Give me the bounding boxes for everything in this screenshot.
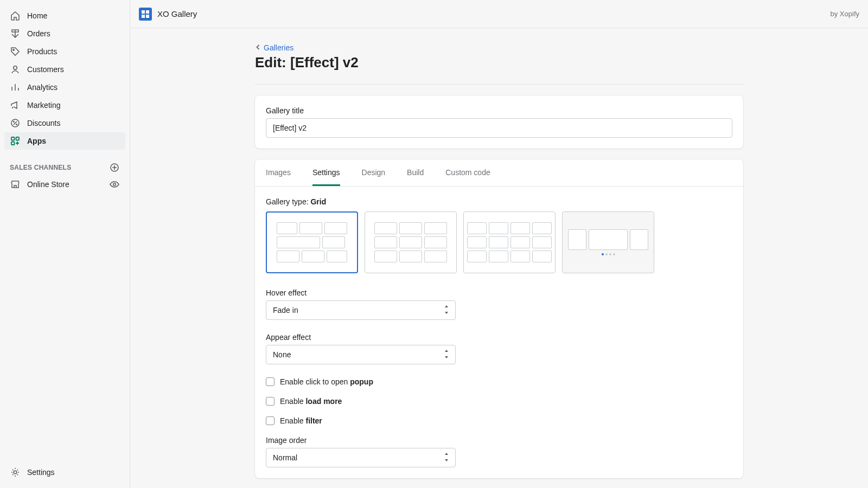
type-option-justified[interactable] <box>463 211 556 273</box>
tab-design[interactable]: Design <box>362 159 386 186</box>
app-logo-icon <box>139 8 152 21</box>
sidebar: Home Orders Products Customers Analytics <box>0 0 130 488</box>
nav-label: Analytics <box>27 83 120 92</box>
carousel-dots-icon <box>602 253 615 255</box>
card-gallery-title: Gallery title <box>255 95 743 149</box>
section-title: SALES CHANNELS <box>10 164 71 171</box>
select-value: Normal <box>273 453 297 462</box>
select-arrows-icon <box>443 350 450 360</box>
nav-label: Discounts <box>27 119 120 127</box>
apps-icon <box>10 136 21 146</box>
image-order-select[interactable]: Normal <box>266 448 456 467</box>
nav-label: Home <box>27 11 120 20</box>
nav-label: Products <box>27 47 120 56</box>
checkbox-icon <box>266 416 275 425</box>
svg-point-1 <box>14 66 17 69</box>
svg-rect-14 <box>146 15 149 18</box>
type-option-masonry[interactable] <box>365 211 457 273</box>
discount-icon <box>10 118 21 129</box>
tab-custom-code[interactable]: Custom code <box>445 159 490 186</box>
nav-apps[interactable]: Apps <box>4 132 125 150</box>
nav-label: Customers <box>27 65 120 74</box>
type-option-carousel[interactable] <box>562 211 654 273</box>
home-icon <box>10 10 21 21</box>
tab-build[interactable]: Build <box>407 159 424 186</box>
user-icon <box>10 64 21 75</box>
breadcrumb[interactable]: Galleries <box>255 43 293 52</box>
type-option-grid[interactable] <box>266 211 358 273</box>
app-vendor: by Xopify <box>831 10 859 18</box>
add-channel-button[interactable] <box>109 162 120 173</box>
tag-icon <box>10 46 21 57</box>
megaphone-icon <box>10 100 21 111</box>
store-icon <box>10 179 21 190</box>
nav-online-store[interactable]: Online Store <box>4 176 125 193</box>
svg-rect-11 <box>142 10 145 14</box>
nav-discounts[interactable]: Discounts <box>4 114 125 132</box>
nav-home[interactable]: Home <box>4 7 125 24</box>
tab-images[interactable]: Images <box>266 159 291 186</box>
select-value: None <box>273 350 291 359</box>
svg-rect-6 <box>16 137 20 140</box>
checkbox-icon <box>266 377 275 386</box>
select-value: Fade in <box>273 306 298 314</box>
appear-effect-label: Appear effect <box>266 333 456 342</box>
tabs: Images Settings Design Build Custom code <box>255 159 743 187</box>
svg-rect-12 <box>146 10 149 14</box>
breadcrumb-label: Galleries <box>264 43 293 52</box>
nav-label: Marketing <box>27 101 120 110</box>
nav-label: Settings <box>27 468 120 477</box>
nav-orders[interactable]: Orders <box>4 25 125 42</box>
app-bar: XO Gallery by Xopify <box>130 0 868 28</box>
image-order-label: Image order <box>266 436 456 445</box>
gallery-type-options <box>266 211 732 273</box>
select-arrows-icon <box>443 453 450 463</box>
tab-settings[interactable]: Settings <box>312 159 340 186</box>
sales-channels-header: SALES CHANNELS <box>0 150 130 175</box>
content: XO Gallery by Xopify Galleries Edit: [Ef… <box>130 0 868 488</box>
nav-label: Online Store <box>27 180 103 189</box>
hover-effect-label: Hover effect <box>266 288 456 297</box>
gallery-title-label: Gallery title <box>266 106 732 115</box>
orders-icon <box>10 28 21 39</box>
nav-customers[interactable]: Customers <box>4 61 125 78</box>
svg-point-10 <box>14 471 17 474</box>
gear-icon <box>10 467 21 478</box>
nav-label: Orders <box>27 29 120 38</box>
checkbox-icon <box>266 397 275 406</box>
nav-products[interactable]: Products <box>4 43 125 60</box>
select-arrows-icon <box>443 305 450 316</box>
page-title: Edit: [Effect] v2 <box>255 54 743 71</box>
enable-popup-checkbox[interactable]: Enable click to open popup <box>266 377 732 386</box>
gallery-type-label: Gallery type: Grid <box>266 197 732 206</box>
nav-analytics[interactable]: Analytics <box>4 79 125 96</box>
card-settings: Images Settings Design Build Custom code… <box>255 159 743 478</box>
svg-rect-7 <box>11 142 15 145</box>
svg-point-0 <box>13 49 14 50</box>
svg-rect-5 <box>11 137 15 140</box>
nav-settings[interactable]: Settings <box>4 464 125 481</box>
hover-effect-select[interactable]: Fade in <box>266 300 456 320</box>
chevron-left-icon <box>255 43 261 52</box>
gallery-title-input[interactable] <box>266 118 732 138</box>
svg-point-4 <box>16 124 17 125</box>
svg-point-3 <box>14 121 15 123</box>
analytics-icon <box>10 82 21 93</box>
enable-loadmore-checkbox[interactable]: Enable load more <box>266 397 732 406</box>
appear-effect-select[interactable]: None <box>266 345 456 364</box>
enable-filter-checkbox[interactable]: Enable filter <box>266 416 732 425</box>
app-title: XO Gallery <box>157 9 197 18</box>
nav-marketing[interactable]: Marketing <box>4 97 125 114</box>
svg-rect-13 <box>142 15 145 18</box>
view-store-icon[interactable] <box>109 179 120 190</box>
svg-point-9 <box>113 183 116 185</box>
nav-label: Apps <box>27 137 120 145</box>
